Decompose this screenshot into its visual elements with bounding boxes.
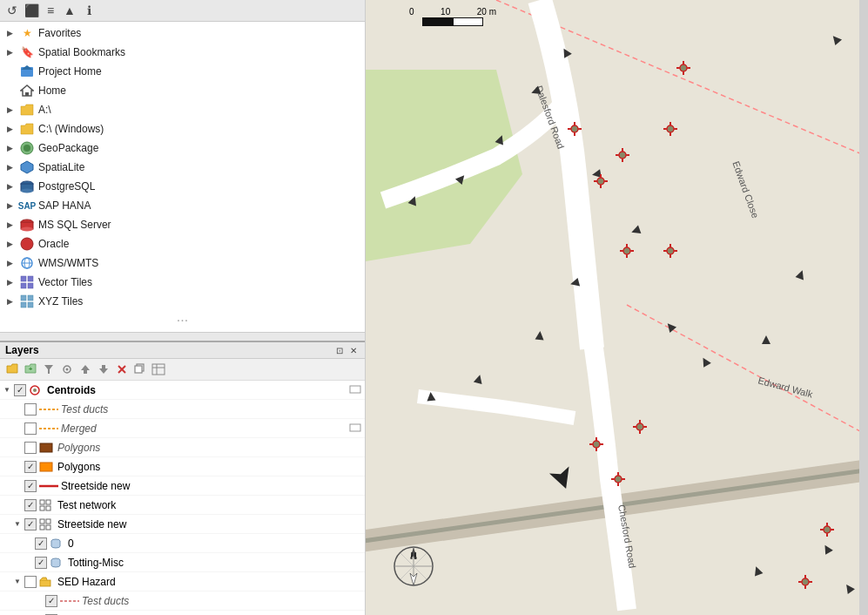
svg-rect-54 [46,519,50,524]
scale-black-segment [422,17,453,26]
layer-checkbox[interactable] [24,480,37,492]
layers-up-btn[interactable] [77,361,94,378]
svg-rect-46 [40,443,52,452]
layer-item-centroids-2[interactable]: Centroids [0,611,365,615]
layer-item-sed-hazard[interactable]: ▼ SED Hazard [0,572,365,591]
browser-item-project-home[interactable]: Project Home [0,62,365,81]
browser-filter-btn[interactable]: ≡ [42,2,59,19]
browser-add-btn[interactable]: ⬛ [23,2,40,19]
layer-checkbox[interactable] [24,576,37,588]
svg-rect-30 [84,370,87,374]
browser-item-label: Spatial Bookmarks [38,46,125,58]
layer-checkbox[interactable] [35,557,47,569]
browser-refresh-btn[interactable]: ↺ [3,2,21,19]
browser-item-home[interactable]: Home [0,81,365,100]
layer-expand-arrow[interactable]: ▼ [14,578,24,585]
svg-rect-19 [21,283,26,288]
layer-item-polygons-checked[interactable]: Polygons [0,457,365,476]
browser-item-wms-wmts[interactable]: ▶ WMS/WMTS [0,253,365,273]
svg-rect-42 [350,386,360,393]
browser-info-btn[interactable]: ℹ [80,2,98,19]
layer-symbol-centroids [29,384,44,396]
browser-item-c-drive[interactable]: ▶ C:\ (Windows) [0,119,365,139]
postgresql-icon [19,179,35,194]
layer-name: Streetside new [57,518,361,531]
layer-expand-arrow[interactable]: ▼ [14,520,24,528]
browser-item-a-drive[interactable]: ▶ A:\ [0,100,365,119]
layer-checkbox[interactable] [24,499,37,511]
browser-item-vector-tiles[interactable]: ▶ Vector Tiles [0,273,365,292]
layers-header: Layers ⊡ ✕ [0,342,365,359]
layer-checkbox[interactable] [14,384,26,396]
layer-checkbox[interactable] [35,537,47,550]
browser-item-spatial-bookmarks[interactable]: ▶ 🔖 Spatial Bookmarks [0,43,365,62]
layers-open-btn[interactable] [3,361,21,378]
layer-item-test-network[interactable]: Test network [0,496,365,515]
svg-rect-22 [28,295,33,301]
layer-item-test-ducts-2[interactable]: Test ducts [0,591,365,611]
layers-add-btn[interactable]: + [22,361,39,378]
map-svg: Dalesford Road Edward Close Edward Walk … [366,0,868,615]
browser-item-xyz-tiles[interactable]: ▶ XYZ Tiles [0,292,365,311]
layer-item-totting-misc[interactable]: Totting-Misc [0,553,365,572]
layer-checkbox[interactable] [24,442,37,454]
layers-filter-btn[interactable] [40,361,57,378]
layers-attribute-btn[interactable] [150,361,167,378]
map-vscrollbar[interactable] [859,0,868,615]
layer-name: Test ducts [82,595,361,607]
layer-name: Streetside new [61,480,361,492]
scale-white-segment [453,17,483,26]
svg-rect-50 [46,500,50,504]
scale-label-20: 20 m [477,7,496,17]
layers-remove-btn[interactable] [113,361,131,378]
map-panel[interactable]: 0 10 20 m [366,0,868,615]
more-indicator: ··· [0,311,365,330]
layers-minimize-btn[interactable]: ⊡ [333,344,346,356]
browser-item-ms-sql[interactable]: ▶ MS SQL Server [0,215,365,234]
svg-rect-59 [40,580,50,586]
browser-collapse-btn[interactable]: ▲ [61,2,78,19]
svg-point-28 [66,368,69,371]
layer-item-test-ducts[interactable]: Test ducts [0,400,365,419]
browser-item-favorites[interactable]: ▶ ★ Favorites [0,24,365,43]
layer-collapse-btn[interactable] [349,384,361,396]
scale-bar: 0 10 20 m [409,7,496,26]
browser-item-sap-hana[interactable]: ▶ SAP SAP HANA [0,196,365,215]
browser-hscrollbar[interactable] [0,332,365,341]
mssql-icon [19,217,35,233]
expand-arrow: ▶ [7,125,17,133]
layer-item-polygons-unchecked[interactable]: Polygons [0,438,365,457]
layers-style-btn[interactable] [58,361,76,378]
layer-item-streetside-new-2[interactable]: ▼ Streetside new [0,515,365,534]
layer-checkbox[interactable] [24,518,37,531]
layer-item-centroids[interactable]: ▼ Centroids [0,381,365,400]
layer-checkbox[interactable] [24,422,37,435]
layer-collapse-btn[interactable] [349,422,361,435]
browser-item-geopackage[interactable]: ▶ GeoPackage [0,139,365,158]
svg-point-9 [21,189,33,193]
layer-expand-arrow[interactable]: ▼ [3,386,14,394]
layer-checkbox[interactable] [24,403,37,416]
layers-down-btn[interactable] [95,361,112,378]
geopackage-icon [19,140,35,156]
layer-item-merged[interactable]: Merged [0,419,365,438]
svg-marker-26 [44,365,53,374]
layer-symbol-polygon [39,442,55,454]
layer-symbol-group [39,576,55,588]
svg-rect-56 [46,525,50,530]
browser-item-label: XYZ Tiles [38,295,83,308]
layer-symbol-grid2 [39,518,55,531]
browser-item-oracle[interactable]: ▶ Oracle [0,234,365,253]
browser-item-spatialite[interactable]: ▶ SpatiaLite [0,158,365,177]
layer-checkbox[interactable] [45,595,57,607]
layers-duplicate-btn[interactable] [131,361,149,378]
svg-rect-24 [28,302,33,308]
layer-item-0[interactable]: 0 [0,534,365,553]
layer-item-streetside-new[interactable]: Streetside new [0,476,365,496]
layers-close-btn[interactable]: ✕ [347,344,360,356]
browser-item-postgresql[interactable]: ▶ PostgreSQL [0,177,365,196]
expand-arrow: ▶ [7,297,17,306]
svg-rect-49 [40,500,44,504]
spatialite-icon [19,159,35,175]
layer-checkbox[interactable] [24,461,37,473]
